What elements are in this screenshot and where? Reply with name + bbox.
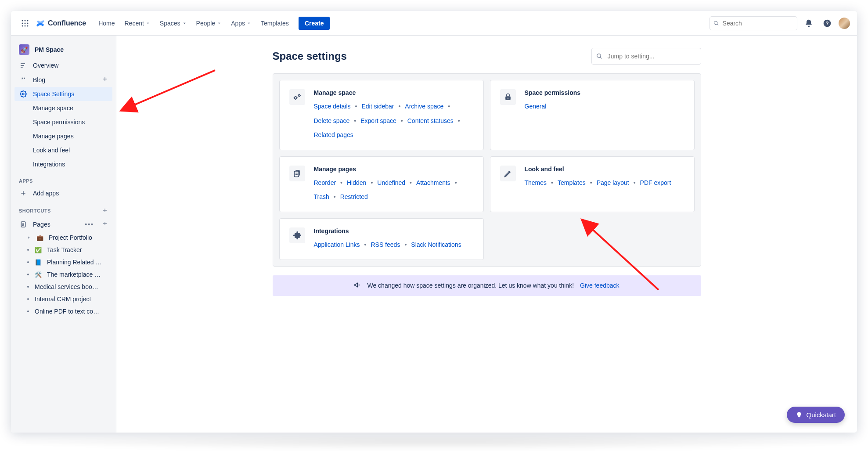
svg-line-10 <box>717 24 718 25</box>
sidebar-sub-manage-pages[interactable]: Manage pages <box>14 129 112 143</box>
page-label: Medical services boo… <box>35 283 98 290</box>
pages-stack-icon <box>289 166 305 181</box>
page-medical-services[interactable]: • Medical services boo… <box>14 281 112 293</box>
sidebar-sub-space-permissions[interactable]: Space permissions <box>14 115 112 129</box>
space-header[interactable]: 🚀 PM Space <box>14 41 112 58</box>
sidebar-item-space-settings[interactable]: Space Settings <box>14 87 112 101</box>
link-themes[interactable]: Themes <box>525 177 547 189</box>
gears-icon <box>289 89 305 105</box>
link-export-space[interactable]: Export space <box>360 115 396 127</box>
sidebar-sub-integrations[interactable]: Integrations <box>14 157 112 171</box>
svg-point-18 <box>22 93 24 95</box>
page-emoji: ✅ <box>35 247 42 253</box>
create-button[interactable]: Create <box>299 17 330 30</box>
avatar[interactable] <box>839 18 850 29</box>
confluence-logo[interactable]: Confluence <box>36 18 86 28</box>
sidebar-item-blog[interactable]: Blog <box>14 72 112 87</box>
more-icon[interactable]: ••• <box>85 221 94 228</box>
banner-link[interactable]: Give feedback <box>580 282 619 289</box>
card-links: Reorder• Hidden• Undefined• Attachments•… <box>314 177 474 203</box>
sidebar-item-label: Manage pages <box>33 133 74 140</box>
sidebar-item-label: Add apps <box>33 190 59 197</box>
sidebar-add-apps[interactable]: Add apps <box>14 186 112 200</box>
chevron-right-icon[interactable] <box>27 234 31 241</box>
link-application-links[interactable]: Application Links <box>314 239 360 251</box>
nav-recent[interactable]: Recent <box>120 17 154 29</box>
add-icon[interactable] <box>102 207 108 214</box>
sidebar-sub-look-and-feel[interactable]: Look and feel <box>14 143 112 157</box>
app-switcher-icon[interactable] <box>18 16 32 30</box>
sidebar-pages[interactable]: Pages ••• <box>14 217 112 231</box>
nav-spaces[interactable]: Spaces <box>155 17 191 29</box>
add-icon[interactable] <box>102 220 108 228</box>
nav-templates[interactable]: Templates <box>256 17 293 29</box>
shortcuts-header: SHORTCUTS <box>19 208 51 213</box>
space-name: PM Space <box>35 46 64 53</box>
jump-input[interactable] <box>607 52 696 60</box>
search-input[interactable] <box>722 19 793 27</box>
link-page-layout[interactable]: Page layout <box>597 177 629 189</box>
nav-apps[interactable]: Apps <box>227 17 256 29</box>
nav-items: Home Recent Spaces People Apps Templates <box>94 17 293 29</box>
lightbulb-icon <box>796 411 803 419</box>
card-links: Themes• Templates• Page layout• PDF expo… <box>525 177 684 189</box>
sidebar-item-overview[interactable]: Overview <box>14 58 112 72</box>
quickstart-button[interactable]: Quickstart <box>787 407 845 423</box>
page-project-portfolio[interactable]: 💼 Project Portfolio <box>14 231 112 244</box>
link-trash[interactable]: Trash <box>314 191 329 203</box>
link-general[interactable]: General <box>525 101 547 112</box>
page-marketplace[interactable]: • 🛠️ The marketplace … <box>14 268 112 281</box>
link-reorder[interactable]: Reorder <box>314 177 336 189</box>
help-icon[interactable]: ? <box>820 16 834 30</box>
page-task-tracker[interactable]: • ✅ Task Tracker <box>14 244 112 256</box>
page-tree: 💼 Project Portfolio • ✅ Task Tracker • 📘… <box>14 231 112 318</box>
link-templates[interactable]: Templates <box>558 177 586 189</box>
link-undefined[interactable]: Undefined <box>377 177 405 189</box>
svg-point-34 <box>507 97 508 99</box>
notifications-icon[interactable] <box>802 16 816 30</box>
sidebar-sub-manage-space[interactable]: Manage space <box>14 101 112 115</box>
overview-icon <box>19 62 28 69</box>
link-restricted[interactable]: Restricted <box>340 191 368 203</box>
nav-people[interactable]: People <box>192 17 226 29</box>
jump-to-setting[interactable] <box>591 48 701 65</box>
page-planning-related[interactable]: • 📘 Planning Related … <box>14 256 112 268</box>
cards-panel: Manage space Space details• Edit sidebar… <box>273 73 701 267</box>
svg-point-8 <box>27 25 29 26</box>
sidebar-item-label: Overview <box>33 62 58 69</box>
chevron-down-icon <box>146 21 150 25</box>
link-space-details[interactable]: Space details <box>314 101 351 112</box>
link-rss-feeds[interactable]: RSS feeds <box>371 239 400 251</box>
search-icon <box>596 53 602 60</box>
link-edit-sidebar[interactable]: Edit sidebar <box>361 101 394 112</box>
link-hidden[interactable]: Hidden <box>347 177 366 189</box>
chevron-down-icon <box>182 21 187 25</box>
chevron-down-icon <box>247 21 251 25</box>
page-online-pdf[interactable]: • Online PDF to text co… <box>14 305 112 318</box>
card-links: Space details• Edit sidebar• Archive spa… <box>314 101 474 141</box>
svg-text:?: ? <box>825 20 828 26</box>
link-attachments[interactable]: Attachments <box>416 177 450 189</box>
link-slack-notifications[interactable]: Slack Notifications <box>411 239 461 251</box>
link-delete-space[interactable]: Delete space <box>314 115 350 127</box>
link-related-pages[interactable]: Related pages <box>314 129 353 141</box>
gear-icon <box>19 90 28 97</box>
link-archive-space[interactable]: Archive space <box>405 101 443 112</box>
add-icon[interactable] <box>102 76 108 83</box>
sidebar-item-label: Integrations <box>33 161 65 168</box>
nav-home[interactable]: Home <box>94 17 119 29</box>
global-search[interactable] <box>710 16 797 30</box>
svg-point-32 <box>298 94 300 96</box>
link-content-statuses[interactable]: Content statuses <box>407 115 454 127</box>
search-icon <box>713 20 719 26</box>
quickstart-label: Quickstart <box>806 411 836 419</box>
page-label: Online PDF to text co… <box>35 308 99 315</box>
main-content: Space settings <box>116 36 857 433</box>
bullet-icon: • <box>27 271 29 278</box>
puzzle-icon <box>289 227 305 243</box>
plus-icon <box>19 190 28 197</box>
page-label: The marketplace … <box>47 271 101 278</box>
page-internal-crm[interactable]: • Internal CRM project <box>14 293 112 305</box>
link-pdf-export[interactable]: PDF export <box>640 177 671 189</box>
page-emoji: 🛠️ <box>35 271 42 278</box>
